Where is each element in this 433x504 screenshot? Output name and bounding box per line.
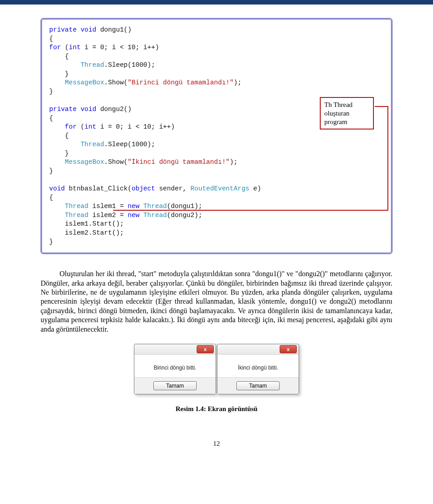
code-token: ( [61, 44, 69, 51]
code-token: { [49, 53, 69, 60]
callout-box: Th Thread oluşturan program [320, 97, 374, 129]
code-token [49, 79, 65, 86]
messagebox-content: İkinci döngü bitti. [217, 355, 299, 377]
page-content: Th Thread oluşturan program private void… [0, 5, 433, 466]
code-token: Thread [65, 212, 88, 219]
code-token: (dongu1); [167, 203, 202, 210]
body-paragraph: Oluşturulan her iki thread, "start" meto… [41, 269, 392, 334]
code-token: btnbaslat_Click( [65, 185, 132, 192]
code-token [49, 158, 65, 166]
code-token [49, 203, 65, 210]
code-token: MessageBox [65, 158, 104, 166]
code-token: dongu1() [96, 26, 131, 33]
code-token: (dongu2); [167, 212, 202, 219]
page-number: 12 [41, 440, 392, 448]
code-token: i = 0; i < 10; i++) [81, 44, 159, 51]
code-token: ); [230, 158, 237, 166]
messagebox-content: Birinci döngü bitti. [134, 355, 216, 377]
paragraph-text: Oluşturulan her iki thread, "start" meto… [41, 270, 392, 333]
code-token: for [65, 123, 77, 130]
code-token: int [84, 123, 96, 130]
callout-connector [387, 106, 388, 210]
code-token: } [49, 150, 69, 157]
messagebox-footer: Tamam [134, 377, 216, 394]
code-token [49, 123, 65, 130]
code-token [49, 212, 65, 219]
messagebox-left: x Birinci döngü bitti. Tamam [134, 344, 216, 394]
code-token: { [49, 132, 69, 139]
code-token: void [49, 185, 65, 192]
code-token: sender, [155, 185, 190, 192]
code-token: Thread [65, 203, 88, 210]
code-token: islem1 = [88, 203, 128, 210]
callout-connector [375, 106, 387, 107]
code-token: .Sleep(1000); [104, 61, 155, 69]
code-token: ); [234, 79, 241, 86]
code-token [49, 61, 81, 69]
figure-caption: Resim 1.4: Ekran görüntüsü [41, 405, 392, 413]
titlebar: x [134, 344, 216, 355]
code-token: } [49, 70, 69, 78]
dialogs-row: x Birinci döngü bitti. Tamam x İkinci dö… [41, 344, 392, 394]
callout-connector [113, 210, 388, 211]
code-token: new [128, 203, 139, 210]
code-token: } [49, 238, 53, 245]
callout-line: oluşturan [324, 110, 350, 117]
code-token: private [49, 26, 77, 33]
messagebox-footer: Tamam [217, 377, 299, 394]
code-token: MessageBox [65, 79, 104, 86]
close-icon: x [287, 347, 290, 352]
top-band [0, 0, 433, 5]
code-token: "İkinci döngü tamamlandı!" [128, 158, 230, 166]
code-token: islem2.Start(); [49, 229, 124, 236]
code-listing: private void dongu1() { for (int i = 0; … [49, 26, 384, 246]
code-token: void [81, 26, 97, 33]
code-token [139, 203, 143, 210]
code-token: Thread [143, 212, 167, 219]
code-token: Thread [143, 203, 167, 210]
code-token: i = 0; i < 10; i++) [96, 123, 175, 130]
close-icon: x [204, 347, 207, 352]
code-token: { [49, 194, 53, 201]
code-token: e) [249, 185, 261, 192]
callout-line: Th Thread [324, 101, 353, 108]
close-button[interactable]: x [197, 345, 214, 353]
code-token: } [49, 88, 53, 95]
code-token: { [49, 35, 53, 42]
code-token: Thread [81, 141, 104, 148]
code-token: int [69, 44, 81, 51]
code-token: } [49, 167, 53, 175]
callout-line: program [324, 118, 347, 125]
code-token: islem2 = [88, 212, 128, 219]
code-token [139, 212, 143, 219]
code-token: "Birinci döngü tamamlandı!" [128, 79, 234, 86]
code-token: Thread [81, 61, 104, 69]
code-token: .Show( [104, 79, 128, 86]
code-token: private [49, 106, 77, 113]
ok-button[interactable]: Tamam [236, 381, 280, 390]
code-token: ( [77, 123, 84, 130]
code-token: for [49, 44, 61, 51]
code-token: dongu2() [96, 106, 131, 113]
code-token: .Show( [104, 158, 128, 166]
code-token: object [132, 185, 155, 192]
code-token: .Sleep(1000); [104, 141, 155, 148]
code-token: void [81, 106, 97, 113]
code-token: new [128, 212, 139, 219]
code-token: { [49, 115, 53, 122]
titlebar: x [217, 344, 299, 355]
code-token: islem1.Start(); [49, 220, 124, 227]
code-listing-box: Th Thread oluşturan program private void… [41, 18, 392, 254]
ok-button[interactable]: Tamam [153, 381, 197, 390]
code-token: RoutedEventArgs [190, 185, 249, 192]
code-token [49, 141, 81, 148]
close-button[interactable]: x [280, 345, 297, 353]
messagebox-right: x İkinci döngü bitti. Tamam [217, 344, 299, 394]
